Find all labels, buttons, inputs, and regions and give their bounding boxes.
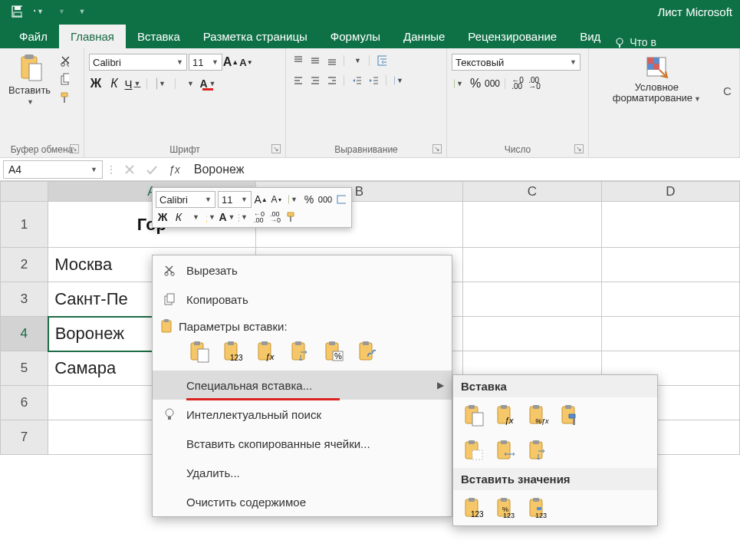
increase-decimal-icon[interactable]: ←0.00	[511, 77, 525, 91]
mini-comma-icon[interactable]: 000	[318, 193, 332, 206]
shrink-font-icon[interactable]: A▼	[239, 55, 253, 69]
orientation-icon[interactable]: ab▼	[350, 54, 363, 68]
grow-font-icon[interactable]: A▲	[224, 55, 238, 69]
sub-values-source-icon[interactable]: 123	[525, 495, 551, 521]
qat-customize[interactable]: ▼	[74, 4, 89, 19]
font-size-dropdown[interactable]: 11▼	[189, 54, 222, 71]
mini-fill-color-icon[interactable]: ▼	[204, 210, 218, 224]
mini-format-painter-icon[interactable]	[284, 210, 298, 224]
italic-button[interactable]: К	[107, 77, 121, 91]
decrease-decimal-icon[interactable]: .00→0	[528, 77, 541, 91]
align-left-icon[interactable]	[291, 74, 304, 87]
cell[interactable]	[601, 317, 739, 351]
sub-paste-noborders-icon[interactable]	[461, 437, 487, 463]
ctx-paste-special[interactable]: Специальная вставка...▶	[153, 371, 452, 400]
save-icon[interactable]	[9, 4, 25, 19]
mini-accounting-icon[interactable]: ▼	[286, 193, 300, 206]
sub-values-icon[interactable]: 123	[461, 495, 487, 521]
wrap-text-icon[interactable]	[375, 54, 389, 68]
dialog-launcher[interactable]: ↘	[574, 144, 584, 153]
accounting-format-icon[interactable]: $▼	[452, 77, 465, 91]
sub-paste-keep-source-icon[interactable]	[557, 402, 584, 428]
mini-shrink-font-icon[interactable]: A▼	[270, 193, 284, 206]
mini-grow-font-icon[interactable]: A▲	[254, 193, 268, 206]
mini-borders-icon[interactable]: ▼	[236, 210, 250, 224]
select-all-corner[interactable]	[1, 182, 48, 202]
paste-link-icon[interactable]	[355, 338, 381, 364]
cell[interactable]	[601, 282, 739, 317]
tab-review[interactable]: Рецензирование	[456, 25, 568, 48]
row-header[interactable]: 2	[1, 248, 48, 282]
mini-align-icon[interactable]: ▼	[188, 210, 202, 224]
sub-paste-colwidth-icon[interactable]	[493, 437, 519, 463]
fx-icon[interactable]: ƒx	[169, 163, 180, 176]
sub-paste-formulas-icon[interactable]: ƒx	[493, 402, 519, 428]
copy-icon[interactable]	[58, 72, 71, 86]
mini-merge-icon[interactable]	[334, 193, 348, 206]
cell[interactable]	[601, 248, 739, 282]
mini-font-size[interactable]: 11▼	[218, 191, 252, 208]
align-middle-icon[interactable]	[308, 54, 321, 68]
tab-view[interactable]: Вид	[568, 25, 612, 48]
dialog-launcher[interactable]: ↘	[70, 144, 79, 153]
dialog-launcher[interactable]: ↘	[271, 144, 281, 153]
cell[interactable]	[463, 282, 601, 317]
format-painter-icon[interactable]	[58, 91, 71, 104]
formula-value[interactable]: Воронеж	[188, 163, 740, 176]
underline-button[interactable]: Ч▼	[126, 77, 140, 91]
paste-all-icon[interactable]	[186, 338, 212, 364]
sub-paste-transpose-icon[interactable]	[525, 437, 551, 463]
mini-inc-decimal-icon[interactable]: ←0.00	[252, 210, 266, 224]
ctx-smart-lookup[interactable]: Интеллектуальный поиск	[153, 400, 452, 429]
col-header[interactable]: C	[463, 182, 601, 202]
align-top-icon[interactable]	[291, 54, 304, 68]
paste-formulas-icon[interactable]: ƒx	[254, 338, 280, 364]
tab-formulas[interactable]: Формулы	[319, 25, 392, 48]
redo-icon[interactable]: ▼	[52, 4, 67, 19]
undo-icon[interactable]: ▼	[31, 4, 46, 19]
ctx-copy[interactable]: Копировать	[153, 285, 452, 314]
row-header[interactable]: 1	[1, 202, 48, 248]
tab-home[interactable]: Главная	[59, 25, 126, 48]
mini-italic-button[interactable]: К	[172, 210, 186, 224]
mini-bold-button[interactable]: Ж	[156, 210, 169, 224]
paste-formatting-icon[interactable]: %	[321, 338, 347, 364]
cell[interactable]	[601, 202, 739, 248]
comma-format-icon[interactable]: 000	[485, 77, 499, 91]
tell-me[interactable]: Что в	[615, 36, 656, 48]
row-header[interactable]: 6	[1, 386, 48, 420]
font-color-button[interactable]: А▼	[201, 77, 215, 91]
row-header[interactable]: 5	[1, 351, 48, 386]
align-center-icon[interactable]	[308, 74, 321, 87]
cell[interactable]	[463, 248, 601, 282]
borders-button[interactable]: ▼	[154, 77, 168, 91]
enter-icon[interactable]	[146, 164, 158, 175]
mini-percent-icon[interactable]: %	[302, 193, 316, 206]
bold-button[interactable]: Ж	[89, 77, 103, 91]
cell[interactable]	[463, 317, 601, 351]
align-right-icon[interactable]	[324, 74, 338, 87]
align-bottom-icon[interactable]	[324, 54, 338, 68]
sub-paste-formulas-num-icon[interactable]: %ƒx	[525, 402, 551, 428]
ctx-delete[interactable]: Удалить...	[153, 458, 452, 487]
tab-data[interactable]: Данные	[392, 25, 456, 48]
percent-format-icon[interactable]: %	[469, 77, 482, 91]
paste-button[interactable]: Вставить▼	[5, 51, 54, 110]
row-header[interactable]: 3	[1, 282, 48, 317]
mini-dec-decimal-icon[interactable]: .00→0	[268, 210, 282, 224]
mini-font-color-icon[interactable]: А▼	[220, 210, 234, 224]
ctx-insert-copied[interactable]: Вставить скопированные ячейки...	[153, 429, 452, 458]
col-header[interactable]: D	[601, 182, 739, 202]
sub-values-num-icon[interactable]: %123	[493, 495, 519, 521]
tab-file[interactable]: Файл	[8, 25, 59, 48]
number-format-dropdown[interactable]: Текстовый▼	[452, 54, 580, 71]
tab-layout[interactable]: Разметка страницы	[192, 25, 319, 48]
dialog-launcher[interactable]: ↘	[432, 144, 442, 153]
paste-values-icon[interactable]: 123	[220, 338, 246, 364]
cut-icon[interactable]	[58, 54, 71, 68]
row-header[interactable]: 7	[1, 420, 48, 455]
font-name-dropdown[interactable]: Calibri▼	[89, 54, 187, 71]
cancel-icon[interactable]	[124, 164, 135, 175]
ctx-clear[interactable]: Очистить содержимое	[153, 487, 452, 516]
decrease-indent-icon[interactable]	[350, 74, 363, 87]
